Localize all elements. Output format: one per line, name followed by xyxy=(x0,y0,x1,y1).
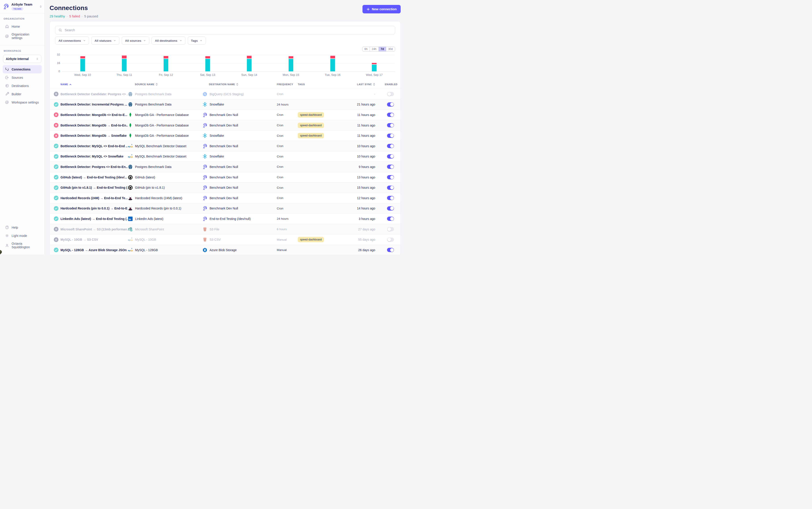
sidebar-item-sources[interactable]: Sources xyxy=(3,73,42,82)
status-healthy-icon xyxy=(54,216,59,221)
sidebar-item-light-mode[interactable]: Light mode xyxy=(3,232,42,240)
failed-bar-segment xyxy=(289,56,293,58)
bar-group-wed-sep-17[interactable] xyxy=(353,50,395,71)
workspace-selector[interactable]: Airbyte Internal xyxy=(3,55,41,63)
connection-row[interactable]: GitHub (pin to v1.8.1) → End-to-End Test… xyxy=(50,182,400,193)
filter-dropdown-all-statuses[interactable]: All statuses xyxy=(91,37,120,45)
destination-name: End-to-End Testing (/dev/null) xyxy=(209,217,251,220)
enabled-toggle[interactable] xyxy=(387,144,394,148)
sidebar-item-destinations[interactable]: Destinations xyxy=(3,82,42,90)
postgres-icon xyxy=(128,164,133,170)
svg-text:01: 01 xyxy=(205,250,205,251)
enabled-toggle[interactable] xyxy=(387,165,394,169)
sidebar-item-help[interactable]: Help xyxy=(3,223,42,232)
connection-row[interactable]: Bottleneck Detector Candidate: Postgres … xyxy=(50,89,400,99)
connection-name: Bottleneck Detector: MongoDb → End-to-En… xyxy=(61,124,128,127)
enabled-toggle[interactable] xyxy=(387,113,394,117)
enabled-toggle[interactable] xyxy=(387,206,394,210)
table-body: Bottleneck Detector Candidate: Postgres … xyxy=(50,89,400,254)
column-header-destination-name[interactable]: DESTINATION NAME xyxy=(202,83,277,86)
search-input[interactable] xyxy=(65,28,392,32)
source-name: LinkedIn Ads (latest) xyxy=(135,217,163,220)
connection-row[interactable]: LinkedIn Ads (latest) → End-to-End Testi… xyxy=(50,213,400,224)
sidebar-item-organization-settings[interactable]: Organization settings xyxy=(3,31,42,42)
bar-group-thu-sep-11[interactable] xyxy=(104,50,145,71)
hardcoded-icon xyxy=(128,206,133,211)
y-tick-label: 16 xyxy=(57,61,60,65)
sync-history-chart: 01632 xyxy=(55,50,395,72)
failed-bar-segment xyxy=(247,56,252,59)
sidebar-item-workspace-settings[interactable]: Workspace settings xyxy=(3,98,42,106)
enabled-toggle[interactable] xyxy=(387,175,394,179)
status-healthy-icon xyxy=(54,164,59,169)
svg-text:SQL: SQL xyxy=(130,239,133,241)
org-switcher[interactable]: Airbyte Team TEAMS xyxy=(0,0,44,13)
sidebar-item-connections[interactable]: Connections xyxy=(3,65,42,73)
filter-dropdown-all-connections[interactable]: All connections xyxy=(55,37,89,45)
column-header-name[interactable]: NAME xyxy=(54,83,128,86)
connection-row[interactable]: GitHub (latest) → End-to-End Testing (/d… xyxy=(50,172,400,182)
column-header-last-sync[interactable]: LAST SYNC xyxy=(347,83,375,86)
filter-dropdown-tags[interactable]: Tags xyxy=(188,37,206,45)
enabled-toggle[interactable] xyxy=(387,92,394,96)
connection-name: MySQL - 128GB → Azure Blob Storage JSOn … xyxy=(61,248,128,252)
airbyte-icon xyxy=(202,164,207,170)
enabled-toggle[interactable] xyxy=(387,196,394,200)
status-healthy-icon xyxy=(54,247,59,252)
bar-group-fri-sep-12[interactable] xyxy=(145,50,187,71)
connection-row[interactable]: Hardcoded Records (pin to 0.0.1) → End-t… xyxy=(50,203,400,214)
frequency: Cron xyxy=(277,186,298,190)
connection-name: Hardcoded Records (pin to 0.0.1) → End-t… xyxy=(61,207,128,210)
bar-group-wed-sep-10[interactable] xyxy=(62,50,104,71)
enabled-toggle[interactable] xyxy=(387,123,394,127)
new-connection-button[interactable]: New connection xyxy=(362,5,401,13)
connection-row[interactable]: Bottleneck Detector: MySQL <> End-to-End… xyxy=(50,141,400,151)
snowflake-icon xyxy=(202,102,207,107)
svg-text:SQL: SQL xyxy=(130,146,133,148)
sidebar-item-label: Builder xyxy=(11,92,22,96)
sidebar-item-builder[interactable]: Builder xyxy=(3,90,42,98)
connection-row[interactable]: Bottleneck Detector: MongoDb <> End-to-E… xyxy=(50,109,400,120)
filter-dropdown-all-sources[interactable]: All sources xyxy=(122,37,149,45)
enabled-toggle[interactable] xyxy=(387,185,394,190)
tag-badge: speed-dashboard xyxy=(298,237,324,242)
enabled-toggle[interactable] xyxy=(387,248,394,252)
connection-row[interactable]: Microsoft SharePoint → S3 (13mb performa… xyxy=(50,224,400,234)
frequency: Cron xyxy=(277,92,298,96)
sidebar-footer: Help Light mode Octavia Squiddington xyxy=(0,222,44,254)
bar-group-mon-sep-15[interactable] xyxy=(270,50,312,71)
enabled-toggle[interactable] xyxy=(387,238,394,242)
connection-row[interactable]: Bottleneck Detector: Postgres <> End-to-… xyxy=(50,162,400,172)
connection-row[interactable]: Bottleneck Detector: MySQL <> SnowflakeM… xyxy=(50,151,400,162)
column-header-source-name[interactable]: SOURCE NAME xyxy=(128,83,202,86)
connection-row[interactable]: Bottleneck Detector: Incremental Postgre… xyxy=(50,99,400,110)
connection-row[interactable]: MySQL - 10GB → S3 CSVMySQLMySQL - 10GBS3… xyxy=(50,234,400,245)
connection-name: Microsoft SharePoint → S3 (13mb performa… xyxy=(61,228,128,231)
success-bar-segment xyxy=(330,59,335,71)
sort-asc-icon xyxy=(69,83,72,86)
enabled-toggle[interactable] xyxy=(387,216,394,221)
last-sync: 14 hours ago xyxy=(347,207,375,210)
connection-row[interactable]: Hardcoded Records (24M) → End-to-End Te.… xyxy=(50,193,400,203)
failed-bar-segment xyxy=(80,56,85,58)
bar-group-sun-sep-14[interactable] xyxy=(229,50,270,71)
bar-group-sat-sep-13[interactable] xyxy=(187,50,229,71)
chevron-down-icon xyxy=(200,39,202,42)
enabled-toggle[interactable] xyxy=(387,227,394,231)
enabled-toggle[interactable] xyxy=(387,155,394,159)
connection-row[interactable]: MySQL - 128GB → Azure Blob Storage JSOn … xyxy=(50,245,400,254)
sidebar-item-home[interactable]: Home xyxy=(3,22,42,31)
frequency: Cron xyxy=(277,124,298,127)
bar-group-tue-sep-16[interactable] xyxy=(312,50,354,71)
gear-icon xyxy=(5,34,9,38)
connection-name: Hardcoded Records (24M) → End-to-End Te.… xyxy=(61,196,128,200)
connection-row[interactable]: Bottleneck Detector: MongoDb → End-to-En… xyxy=(50,120,400,131)
connection-row[interactable]: Bottleneck Detector: MongoDb → Snowflake… xyxy=(50,130,400,141)
github-icon xyxy=(128,175,133,180)
enabled-toggle[interactable] xyxy=(387,134,394,138)
last-sync: 3 hours ago xyxy=(347,217,375,220)
enabled-toggle[interactable] xyxy=(387,102,394,107)
sidebar-item-user[interactable]: Octavia Squiddington xyxy=(3,240,42,251)
filter-dropdown-all-destinations[interactable]: All destinations xyxy=(152,37,186,45)
bigquery-icon xyxy=(202,92,207,97)
